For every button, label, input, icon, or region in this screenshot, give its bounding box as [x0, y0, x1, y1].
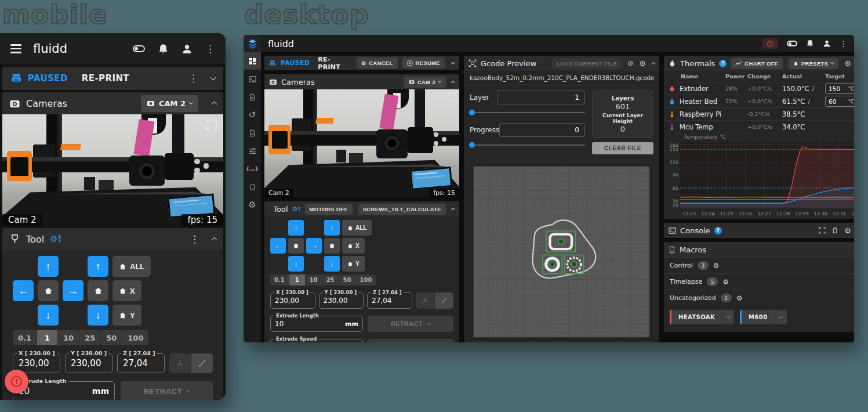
home-xy-button[interactable] — [38, 280, 59, 301]
thermal-row-heater-bed[interactable]: Heater Bed 22% +0.0°C/s 61.5°C/ 60°C — [664, 95, 854, 107]
retract-button[interactable]: RETRACT — [368, 316, 453, 332]
jog-z-plus-button[interactable]: ↑ — [88, 256, 108, 277]
emergency-stop-button[interactable]: ! — [5, 370, 28, 393]
resume-button[interactable]: RESUME — [402, 57, 445, 68]
home-x-button[interactable]: X — [342, 238, 365, 254]
macro-group-uncategorized[interactable]: Uncategorized 2 ⚙ — [664, 290, 854, 306]
status-collapse-icon[interactable] — [451, 60, 455, 64]
macro-group-control[interactable]: Control 3 ⚙ — [664, 257, 854, 273]
move-step-option[interactable]: 100 — [355, 274, 376, 285]
tool-collapse-icon[interactable] — [212, 237, 217, 243]
more-menu-icon[interactable]: ⋮ — [840, 40, 847, 48]
jog-y-plus-button[interactable]: ↑ — [288, 220, 304, 236]
user-icon[interactable] — [823, 39, 831, 48]
z-position-field[interactable]: Z [ 27.04 ]27,04 — [367, 292, 412, 309]
chart-toggle-button[interactable]: CHART OFF — [731, 58, 783, 69]
relative-move-icon[interactable] — [434, 292, 453, 309]
presets-button[interactable]: PRESETS — [789, 58, 838, 69]
load-current-file-button[interactable]: LOAD CURRENT FILE — [552, 58, 622, 69]
cancel-button[interactable]: ⊘CANCEL — [357, 57, 398, 68]
sidebar-item-history[interactable]: ↺ — [244, 106, 261, 124]
gear-icon[interactable]: ⚙ — [639, 59, 646, 68]
fullscreen-icon[interactable] — [206, 119, 217, 131]
home-y-button[interactable]: Y — [112, 305, 141, 326]
cameras-collapse-icon[interactable] — [451, 81, 455, 85]
camera-select-button[interactable]: CAM 2 — [141, 95, 198, 112]
extrude-speed-field[interactable]: Extrude Speed 5 mm/s — [270, 339, 363, 342]
progress-input[interactable]: 0 — [499, 123, 585, 137]
move-step-option[interactable]: 0.1 — [13, 330, 37, 345]
macro-group-timelapse[interactable]: Timelapse 5 ⚙ — [664, 273, 854, 290]
gear-icon[interactable]: ⚙ — [736, 294, 743, 302]
camera-select-button[interactable]: CAM 2 — [404, 77, 446, 88]
tool-more-icon[interactable]: ⋮ — [190, 234, 199, 244]
gear-icon[interactable]: ⚙ — [713, 262, 720, 270]
macro-button-m600[interactable]: M600 — [740, 310, 786, 324]
macro-button-heatsoak[interactable]: HEATSOAK — [670, 310, 734, 324]
home-x-button[interactable]: X — [112, 280, 141, 301]
gcode-collapse-icon[interactable] — [651, 62, 655, 66]
absolute-positioning-icon[interactable] — [416, 292, 435, 309]
help-icon[interactable]: ? — [719, 60, 727, 67]
extrude-button[interactable]: EXTRUDE — [368, 339, 453, 342]
fluidd-logo[interactable] — [244, 35, 261, 52]
jog-x-plus-button[interactable]: → — [306, 238, 322, 254]
thermal-row-extruder[interactable]: Extruder 28% +0.0°C/s 150.0°C/ 150°C — [664, 82, 854, 95]
y-position-field[interactable]: Y [ 230.00 ]230,00 — [65, 353, 112, 373]
cameras-collapse-icon[interactable] — [212, 102, 217, 107]
move-step-option[interactable]: 0.1 — [270, 274, 289, 285]
sidebar-item-system[interactable] — [244, 178, 261, 196]
motors-off-button[interactable]: MOTORS OFF — [305, 204, 353, 215]
jog-x-plus-button[interactable]: → — [63, 280, 83, 301]
sidebar-item-settings[interactable]: ⚙ — [244, 196, 261, 214]
retract-button[interactable]: RETRACT — [121, 381, 213, 400]
status-collapse-icon[interactable] — [210, 75, 216, 81]
emergency-stop-button[interactable]: ! — [762, 38, 778, 49]
move-step-option-active[interactable]: 1 — [289, 274, 306, 285]
sidebar-item-macros[interactable]: {…} — [244, 160, 261, 178]
expand-icon[interactable] — [819, 227, 826, 234]
extruder-target-input[interactable]: 150°C — [825, 83, 854, 94]
relative-move-icon[interactable] — [191, 353, 213, 373]
jog-y-minus-button[interactable]: ↓ — [38, 305, 59, 326]
move-step-option[interactable]: 100 — [122, 330, 148, 345]
jog-z-minus-button[interactable]: ↓ — [324, 256, 340, 272]
fullscreen-icon[interactable] — [447, 93, 455, 101]
user-icon[interactable] — [181, 44, 193, 55]
home-z-button[interactable] — [324, 238, 340, 254]
x-position-field[interactable]: X [ 230.00 ]230,00 — [270, 292, 315, 309]
notifications-icon[interactable] — [158, 44, 169, 55]
gcode-preview-canvas[interactable] — [471, 164, 652, 340]
reprint-button[interactable]: RE-PRINT — [318, 56, 347, 71]
menu-icon[interactable] — [10, 44, 21, 53]
gear-icon[interactable]: ⚙ — [844, 59, 851, 68]
jog-z-minus-button[interactable]: ↓ — [88, 305, 108, 326]
sidebar-item-dashboard[interactable] — [244, 52, 261, 70]
gear-icon[interactable]: ⚙ — [722, 278, 729, 286]
screws-tilt-calculate-button[interactable]: SCREWS_TILT_CALCULATE — [358, 204, 446, 215]
move-step-option[interactable]: 25 — [322, 274, 339, 285]
jog-z-plus-button[interactable]: ↑ — [324, 220, 340, 236]
jog-y-plus-button[interactable]: ↑ — [38, 256, 59, 277]
reprint-button[interactable]: RE-PRINT — [82, 73, 129, 84]
tool-collapse-icon[interactable] — [451, 208, 455, 212]
progress-slider[interactable] — [470, 142, 585, 149]
sidebar-item-console[interactable] — [244, 70, 261, 88]
clear-file-button[interactable]: CLEAR FILE — [592, 142, 653, 154]
extrude-length-field[interactable]: Extrude Length 10 mm — [270, 316, 363, 332]
move-step-option-active[interactable]: 1 — [37, 330, 58, 345]
help-icon[interactable]: ? — [714, 227, 722, 234]
y-position-field[interactable]: Y [ 230.00 ]230,00 — [319, 292, 364, 309]
clear-icon[interactable]: ⊘ — [627, 59, 633, 67]
home-all-button[interactable]: ALL — [342, 220, 372, 236]
home-y-button[interactable]: Y — [342, 256, 365, 272]
move-step-option[interactable]: 10 — [58, 330, 79, 345]
trash-icon[interactable] — [831, 227, 838, 234]
heater-bed-target-input[interactable]: 60°C — [825, 96, 854, 107]
move-step-option[interactable]: 50 — [101, 330, 122, 345]
jog-x-minus-button[interactable]: ← — [270, 238, 286, 254]
absolute-positioning-icon[interactable] — [169, 353, 191, 373]
home-xy-button[interactable] — [288, 238, 304, 254]
status-more-icon[interactable]: ⋮ — [188, 74, 198, 84]
home-z-button[interactable] — [88, 280, 108, 301]
